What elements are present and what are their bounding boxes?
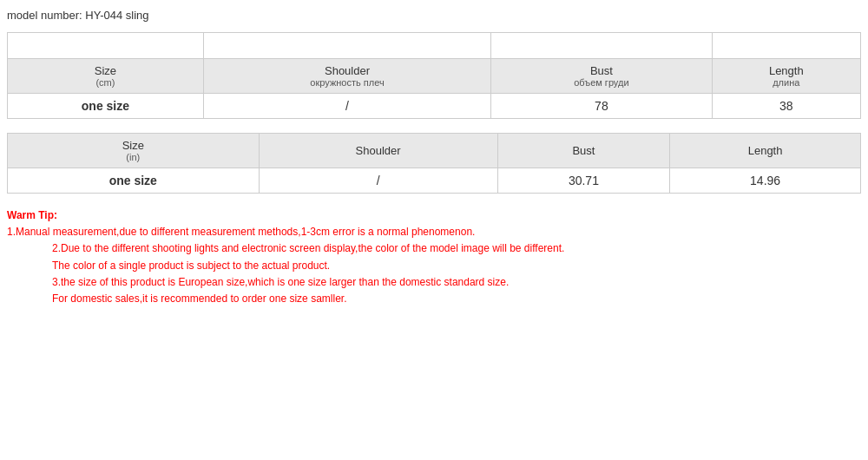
in-size-value: one size [8,168,260,194]
cm-bust-value: 78 [491,94,712,119]
model-number: model number: HY-044 sling [7,9,861,22]
warm-tip-line3: The color of a single product is subject… [7,258,861,274]
cm-header-row: Size (cm) Shoulder окружность плеч Bust … [8,59,861,94]
in-col3-header: Bust [497,134,670,168]
cm-shoulder-value: / [203,94,490,119]
in-shoulder-value: / [259,168,497,194]
in-header-row: Size (in) Shoulder Bust Length [8,134,861,168]
cm-col4-header: Length длина [712,59,860,94]
cm-length-value: 38 [712,94,860,119]
cm-col2-header: Shoulder окружность плеч [203,59,490,94]
in-bust-value: 30.71 [497,168,670,194]
cm-data-row: one size / 78 38 [8,94,861,119]
in-data-row: one size / 30.71 14.96 [8,168,861,194]
cm-col1-header: Size (cm) [8,59,204,94]
size-table-cm: Size (cm) Shoulder окружность плеч Bust … [7,32,861,119]
cm-size-value: one size [8,94,204,119]
warm-tip-line5: For domestic sales,it is recommended to … [7,291,861,307]
warm-tip-line4: 3.the size of this product is European s… [7,274,861,291]
warm-tip-section: Warm Tip: 1.Manual measurement,due to di… [7,207,861,307]
cm-col3-header: Bust объем груди [491,59,712,94]
warm-tip-line2: 2.Due to the different shooting lights a… [7,240,861,257]
in-col4-header: Length [670,134,861,168]
empty-row [8,33,861,59]
warm-tip-label: Warm Tip: [7,209,57,221]
size-table-in: Size (in) Shoulder Bust Length one size … [7,133,861,194]
warm-tip-line1: 1.Manual measurement,due to different me… [7,224,861,240]
in-length-value: 14.96 [670,168,861,194]
in-col1-header: Size (in) [8,134,260,168]
in-col2-header: Shoulder [259,134,497,168]
